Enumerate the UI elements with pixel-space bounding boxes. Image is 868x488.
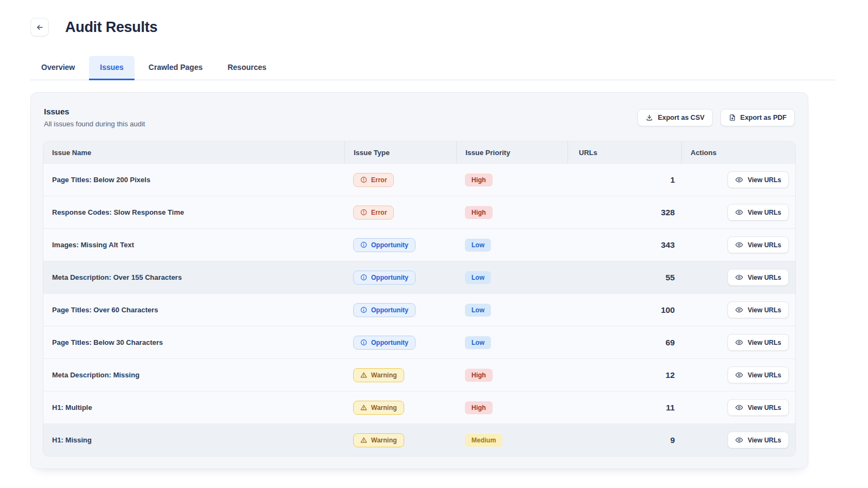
issue-name: H1: Multiple [43, 403, 344, 412]
back-button[interactable] [30, 18, 49, 36]
view-urls-button[interactable]: View URLs [727, 236, 789, 253]
issue-name: Meta Description: Missing [43, 371, 344, 379]
view-urls-button[interactable]: View URLs [727, 204, 789, 221]
view-urls-button[interactable]: View URLs [727, 269, 789, 286]
table-row: Response Codes: Slow Response Time Error… [43, 196, 795, 228]
view-urls-label: View URLs [748, 436, 781, 444]
eye-icon [735, 176, 743, 184]
tab-resources[interactable]: Resources [216, 56, 277, 80]
issue-type-cell: Warning [344, 368, 456, 382]
table-row: Meta Description: Over 155 Characters Op… [43, 261, 795, 293]
url-count: 1 [567, 175, 681, 185]
issue-priority-cell: Low [456, 304, 567, 317]
issue-priority-cell: High [456, 369, 567, 382]
view-urls-label: View URLs [748, 274, 781, 281]
issue-priority-cell: High [456, 174, 567, 187]
eye-icon [735, 208, 743, 216]
issue-type-cell: Warning [344, 401, 456, 415]
issue-type-badge: Error [353, 206, 394, 220]
url-count: 11 [567, 403, 681, 413]
page-header: Audit Results [0, 0, 868, 36]
actions-cell: View URLs [681, 367, 795, 383]
eye-icon [735, 241, 743, 249]
issue-type-label: Error [371, 176, 387, 184]
panel-title: Issues [44, 107, 145, 116]
view-urls-button[interactable]: View URLs [727, 367, 789, 383]
view-urls-button[interactable]: View URLs [727, 334, 789, 351]
view-urls-button[interactable]: View URLs [727, 301, 789, 318]
issue-name: Meta Description: Over 155 Characters [43, 273, 344, 281]
url-count: 55 [567, 273, 681, 282]
url-count: 69 [567, 338, 681, 348]
issue-type-label: Warning [371, 436, 397, 444]
table-row: Meta Description: Missing Warning High 1… [43, 358, 795, 391]
arrow-left-icon [36, 23, 44, 31]
tab-issues[interactable]: Issues [89, 56, 135, 80]
issue-priority-badge: Low [465, 271, 491, 284]
tab-overview[interactable]: Overview [30, 56, 86, 80]
tab-crawled-pages[interactable]: Crawled Pages [138, 56, 214, 80]
issue-type-badge: Opportunity [353, 238, 416, 252]
eye-icon [735, 403, 743, 412]
actions-cell: View URLs [681, 171, 795, 188]
issue-type-badge: Warning [353, 401, 404, 415]
column-header-issue-name: Issue Name [43, 142, 344, 163]
issue-type-cell: Error [344, 206, 456, 220]
table-row: Page Titles: Below 200 Pixels Error High… [43, 163, 795, 196]
column-header-issue-priority: Issue Priority [456, 142, 567, 163]
issue-type-icon [360, 371, 367, 378]
table-body: Page Titles: Below 200 Pixels Error High… [43, 163, 795, 456]
url-count: 9 [567, 435, 681, 445]
issue-name: Page Titles: Below 30 Characters [43, 338, 344, 346]
column-header-urls: URLs [567, 142, 681, 163]
url-count: 343 [567, 240, 681, 250]
panel-header: Issues All issues found during this audi… [31, 93, 808, 141]
view-urls-label: View URLs [748, 176, 781, 184]
issue-type-icon [360, 306, 367, 313]
table-row: Page Titles: Below 30 Characters Opportu… [43, 326, 795, 358]
issue-type-icon [360, 436, 367, 444]
panel-header-text: Issues All issues found during this audi… [44, 107, 145, 128]
table-row: H1: Multiple Warning High 11 View URLs [43, 391, 795, 423]
issue-priority-cell: High [456, 401, 567, 414]
issue-priority-badge: Low [465, 239, 491, 252]
export-pdf-button[interactable]: Export as PDF [720, 109, 795, 126]
view-urls-button[interactable]: View URLs [727, 432, 789, 448]
issue-priority-cell: Low [456, 271, 567, 284]
view-urls-button[interactable]: View URLs [727, 171, 789, 188]
issue-type-label: Opportunity [371, 241, 409, 249]
issue-name: H1: Missing [43, 436, 344, 444]
issue-type-badge: Warning [353, 433, 404, 447]
table-row: Page Titles: Over 60 Characters Opportun… [43, 293, 795, 326]
issue-name: Page Titles: Below 200 Pixels [43, 176, 344, 184]
url-count: 328 [567, 208, 681, 217]
issue-type-icon [360, 241, 367, 248]
view-urls-label: View URLs [748, 241, 781, 249]
issue-priority-cell: High [456, 206, 567, 219]
url-count: 12 [567, 370, 681, 380]
issue-type-badge: Opportunity [353, 303, 416, 317]
export-actions: Export as CSV Export as PDF [637, 109, 795, 126]
issue-priority-badge: High [465, 369, 493, 382]
issue-type-label: Warning [371, 404, 397, 412]
view-urls-label: View URLs [748, 339, 781, 346]
issue-type-icon [360, 176, 367, 183]
table-row: H1: Missing Warning Medium 9 View URLs [43, 423, 795, 456]
issue-type-icon [360, 274, 367, 281]
actions-cell: View URLs [681, 432, 795, 448]
view-urls-label: View URLs [748, 209, 781, 216]
issue-type-label: Error [371, 209, 387, 216]
issue-type-icon [360, 339, 367, 346]
actions-cell: View URLs [681, 236, 795, 253]
issue-type-cell: Error [344, 173, 456, 187]
download-icon [646, 114, 653, 121]
issue-type-cell: Opportunity [344, 303, 456, 317]
panel-subtitle: All issues found during this audit [44, 120, 145, 128]
view-urls-label: View URLs [748, 306, 781, 314]
view-urls-button[interactable]: View URLs [727, 399, 789, 416]
eye-icon [735, 436, 743, 444]
issue-type-icon [360, 209, 367, 216]
issue-type-label: Opportunity [371, 274, 409, 281]
export-csv-button[interactable]: Export as CSV [637, 109, 712, 126]
issue-priority-badge: Medium [465, 434, 502, 447]
